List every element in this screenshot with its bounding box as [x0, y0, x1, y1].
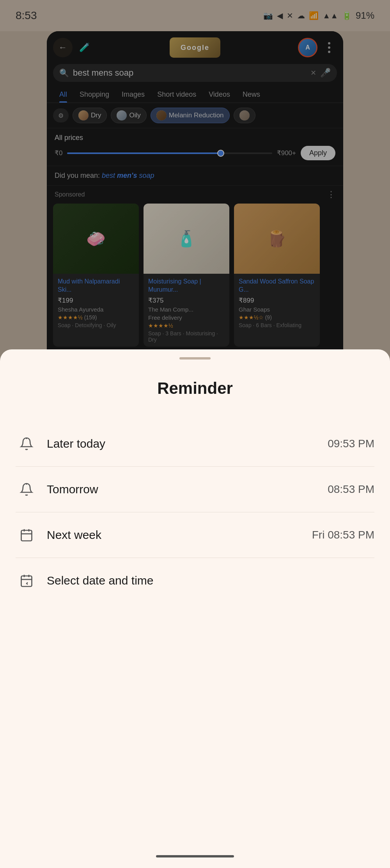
reminder-label-later-today: Later today: [47, 437, 105, 450]
reminder-time-later-today: 09:53 PM: [328, 438, 374, 450]
bottom-nav: [0, 845, 390, 868]
reminder-item-later-today[interactable]: Later today 09:53 PM: [16, 421, 374, 467]
reminder-left-2: Tomorrow: [16, 478, 98, 500]
home-indicator: [156, 855, 234, 857]
svg-rect-2: [21, 530, 32, 541]
reminder-item-tomorrow[interactable]: Tomorrow 08:53 PM: [16, 467, 374, 512]
svg-point-1: [26, 484, 27, 485]
reminder-title: Reminder: [16, 379, 374, 398]
reminder-left-3: Next week: [16, 524, 101, 546]
reminder-left-1: Later today: [16, 433, 105, 455]
calendar-edit-icon: [16, 570, 37, 592]
reminder-label-next-week: Next week: [47, 528, 101, 542]
bell-icon-2: [16, 478, 37, 500]
reminder-left-4: Select date and time: [16, 570, 154, 592]
sheet-handle: [179, 357, 211, 360]
svg-rect-6: [21, 576, 32, 586]
reminder-item-select-date[interactable]: Select date and time: [16, 558, 374, 603]
reminder-label-select-date: Select date and time: [47, 574, 154, 587]
reminder-item-next-week[interactable]: Next week Fri 08:53 PM: [16, 512, 374, 558]
reminder-time-next-week: Fri 08:53 PM: [312, 529, 374, 541]
svg-point-0: [26, 438, 27, 439]
bell-icon-1: [16, 433, 37, 455]
reminder-time-tomorrow: 08:53 PM: [328, 483, 374, 496]
calendar-icon-1: [16, 524, 37, 546]
reminder-sheet: Reminder Later today 09:53 PM: [0, 349, 390, 868]
reminder-label-tomorrow: Tomorrow: [47, 483, 98, 496]
